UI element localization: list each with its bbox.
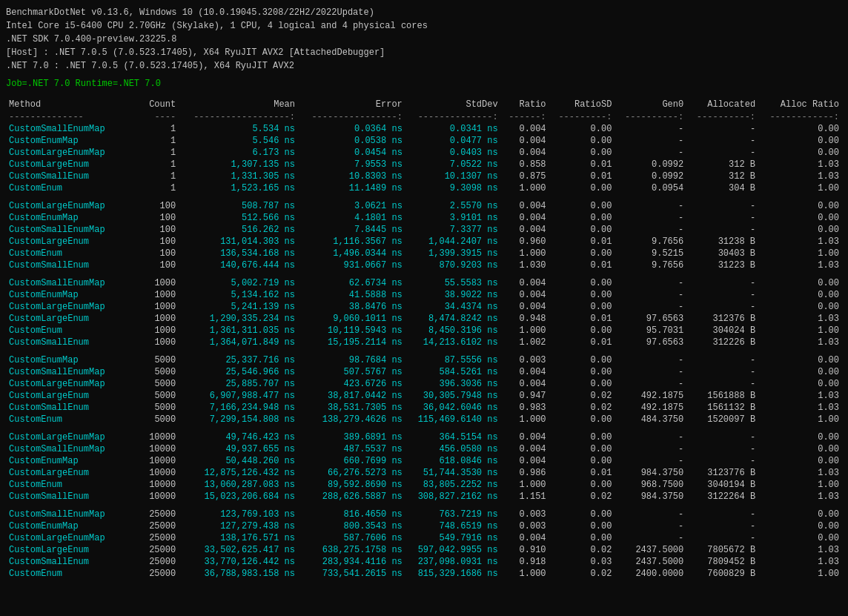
cell: 49,937.655 ns (179, 443, 298, 455)
col-header-error: Error (298, 98, 405, 111)
cell: 0.004 (501, 212, 549, 224)
cell: 7,166,234.948 ns (179, 402, 298, 414)
cell: - (615, 301, 686, 313)
table-row: CustomEnumMap10005,134.162 ns41.5888 ns3… (6, 289, 842, 301)
cell: 9.7656 (615, 236, 686, 248)
cell: 0.004 (501, 277, 549, 289)
cell: 100 (138, 224, 179, 236)
cell: 5.546 ns (179, 135, 298, 147)
cell: 660.7699 ns (298, 455, 405, 467)
cell: 3123776 B (686, 467, 758, 479)
cell: 763.7219 ns (405, 509, 501, 520)
cell: 0.01 (549, 313, 615, 325)
table-row: CustomEnum100136,534.168 ns1,496.0344 ns… (6, 248, 842, 259)
cell: 312 B (686, 170, 758, 182)
cell: 7809452 B (686, 556, 758, 568)
cell: 1 (138, 123, 179, 135)
cell: 1.03 (758, 236, 842, 248)
cell: 0.004 (501, 431, 549, 443)
cell: 968.7500 (615, 479, 686, 491)
cell: 3.9101 ns (405, 212, 501, 224)
table-row: CustomSmallEnum50007,166,234.948 ns38,53… (6, 402, 842, 414)
table-row: CustomLargeEnum10001,290,335.234 ns9,060… (6, 313, 842, 325)
cell: 33,502,625.417 ns (179, 544, 298, 556)
cell: 0.0992 (615, 170, 686, 182)
cell: CustomSmallEnumMap (6, 443, 138, 455)
table-row: CustomSmallEnum100140,676.444 ns931.0667… (6, 259, 842, 271)
cell: 33,770,126.442 ns (179, 556, 298, 568)
table-row: CustomSmallEnum1000015,023,206.684 ns288… (6, 491, 842, 503)
cell: 140,676.444 ns (179, 259, 298, 271)
cell: CustomEnumMap (6, 455, 138, 467)
cell: 0.01 (549, 159, 615, 170)
cell: 1,331.305 ns (179, 170, 298, 182)
col-header-method: Method (6, 98, 138, 111)
cell: 1.000 (501, 479, 549, 491)
cell: 800.3543 ns (298, 520, 405, 532)
cell: 0.00 (549, 248, 615, 259)
table-row: CustomLargeEnumMap500025,885.707 ns423.6… (6, 378, 842, 390)
cell: CustomEnumMap (6, 354, 138, 366)
cell: CustomSmallEnum (6, 337, 138, 348)
cell: 0.00 (549, 509, 615, 520)
cell: 1000 (138, 301, 179, 313)
cell: 25000 (138, 568, 179, 580)
cell: 0.02 (549, 402, 615, 414)
cell: - (686, 520, 758, 532)
cell: 1.00 (758, 182, 842, 194)
cell: 1.151 (501, 491, 549, 503)
cell: 127,279.438 ns (179, 520, 298, 532)
col-header-stddev: StdDev (405, 98, 501, 111)
cell: 1.030 (501, 259, 549, 271)
cell: 9.7656 (615, 259, 686, 271)
table-row: CustomEnumMap1000050,448.260 ns660.7699 … (6, 455, 842, 467)
cell: 1000 (138, 277, 179, 289)
cell: 136,534.168 ns (179, 248, 298, 259)
cell: 0.00 (758, 520, 842, 532)
cell: CustomEnum (6, 568, 138, 580)
cell: 100 (138, 200, 179, 212)
cell: CustomEnum (6, 414, 138, 425)
cell: 1520097 B (686, 414, 758, 425)
cell: 584.5261 ns (405, 366, 501, 378)
cell: - (615, 532, 686, 544)
cell: 1.03 (758, 402, 842, 414)
cell: 0.0992 (615, 159, 686, 170)
cell: 0.00 (549, 414, 615, 425)
cell: 1561132 B (686, 402, 758, 414)
cell: 0.918 (501, 556, 549, 568)
cell: 95.7031 (615, 325, 686, 337)
cell: 492.1875 (615, 390, 686, 402)
cell: 0.004 (501, 123, 549, 135)
cell: - (686, 212, 758, 224)
cell: 0.00 (549, 354, 615, 366)
cell: - (686, 147, 758, 159)
cell: 10000 (138, 491, 179, 503)
cell: CustomSmallEnumMap (6, 224, 138, 236)
cell: 5000 (138, 366, 179, 378)
cell: 0.947 (501, 390, 549, 402)
cell: 0.004 (501, 443, 549, 455)
cell: 100 (138, 236, 179, 248)
cell: 0.00 (549, 520, 615, 532)
cell: 638,275.1758 ns (298, 544, 405, 556)
cell: 30403 B (686, 248, 758, 259)
cell: 11.1489 ns (298, 182, 405, 194)
cell: - (615, 378, 686, 390)
cell: CustomLargeEnumMap (6, 378, 138, 390)
cell: 0.0341 ns (405, 123, 501, 135)
cell: 138,176.571 ns (179, 532, 298, 544)
cell: 0.00 (549, 479, 615, 491)
cell: 484.3750 (615, 414, 686, 425)
cell: CustomLargeEnumMap (6, 200, 138, 212)
cell: 364.5154 ns (405, 431, 501, 443)
cell: 1.00 (758, 248, 842, 259)
table-row: CustomEnumMap100512.566 ns4.1801 ns3.910… (6, 212, 842, 224)
cell: CustomSmallEnum (6, 170, 138, 182)
cell: 34.4374 ns (405, 301, 501, 313)
cell: 423.6726 ns (298, 378, 405, 390)
cell: 0.004 (501, 289, 549, 301)
cell: 0.004 (501, 224, 549, 236)
cell: 0.00 (758, 431, 842, 443)
header-line3: .NET SDK 7.0.400-preview.23225.8 (6, 33, 842, 46)
